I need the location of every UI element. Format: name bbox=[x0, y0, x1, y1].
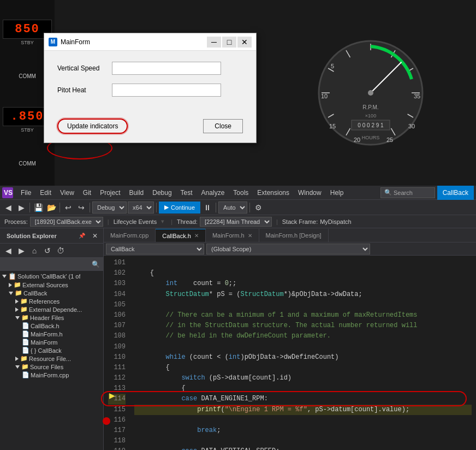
menu-analyze[interactable]: Analyze bbox=[197, 188, 229, 198]
menu-edit[interactable]: Edit bbox=[35, 188, 56, 198]
svg-text:10: 10 bbox=[321, 93, 328, 99]
tree-callback[interactable]: 📁 CallBack bbox=[0, 289, 103, 297]
tree-mainform-h[interactable]: 📄 MainForm.h bbox=[0, 330, 103, 338]
header-files-icon: 📁 bbox=[21, 314, 29, 321]
editor-tabs: MainForm.cpp CallBack.h ✕ MainForm.h ✕ M… bbox=[104, 228, 476, 242]
callback-folder-text: CallBack bbox=[23, 290, 47, 297]
search-box[interactable]: 🔍 Search bbox=[380, 187, 435, 198]
svg-text:15: 15 bbox=[329, 123, 336, 129]
dialog-titlebar: M MainForm ─ □ ✕ bbox=[44, 33, 256, 51]
se-back[interactable]: ◀ bbox=[2, 245, 14, 257]
arch-dropdown[interactable]: x64 bbox=[128, 202, 154, 214]
close-dialog-button[interactable]: Close bbox=[203, 119, 243, 133]
pitot-heat-row: Pitot Heat bbox=[57, 84, 243, 97]
pause-button[interactable]: ⏸ bbox=[201, 202, 213, 214]
se-title: Solution Explorer bbox=[2, 230, 75, 241]
thread-dropdown[interactable]: [22284] Main Thread bbox=[200, 217, 272, 227]
tab-mainform-design[interactable]: MainForm.h [Design] bbox=[259, 229, 329, 242]
tab-mainform-cpp[interactable]: MainForm.cpp bbox=[104, 229, 156, 242]
context-dropdown[interactable]: CallBack bbox=[106, 244, 204, 254]
solution-explorer: Solution Explorer 📌 ✕ ◀ ▶ ⌂ ↺ ⏱ 🔍 📋 bbox=[0, 228, 104, 450]
dialog-window-controls: ─ □ ✕ bbox=[207, 37, 252, 48]
menu-build[interactable]: Build bbox=[125, 188, 148, 198]
minimize-button[interactable]: ─ bbox=[207, 37, 221, 48]
tree-mainform[interactable]: 📄 MainForm bbox=[0, 338, 103, 346]
solution-icon: 📋 bbox=[8, 273, 16, 280]
toolbar-sep-4 bbox=[156, 203, 157, 212]
tab-callback-h-close[interactable]: ✕ bbox=[194, 233, 199, 239]
se-pin-button[interactable]: 📌 bbox=[76, 230, 88, 242]
open-button[interactable]: 📂 bbox=[45, 202, 57, 214]
tree-callback-braces[interactable]: 📄 { } CallBack bbox=[0, 346, 103, 354]
tree-callback-h[interactable]: 📄 CallBack.h bbox=[0, 322, 103, 330]
callback-tab-active[interactable]: CallBack bbox=[437, 186, 474, 200]
toolbar-sep-2 bbox=[59, 203, 60, 212]
se-refresh[interactable]: ↺ bbox=[41, 245, 53, 257]
debug-config-dropdown[interactable]: Debug bbox=[92, 202, 127, 214]
svg-text:HOURS: HOURS bbox=[362, 135, 380, 140]
menu-debug[interactable]: Debug bbox=[148, 188, 176, 198]
menu-git[interactable]: Git bbox=[79, 188, 96, 198]
comm-label-1: COMM bbox=[19, 73, 36, 79]
breakpoint-indicator bbox=[103, 417, 110, 425]
update-indicators-button[interactable]: Update indicators bbox=[57, 119, 128, 134]
tree-solution[interactable]: 📋 Solution 'CallBack' (1 of bbox=[0, 272, 103, 281]
menu-extensions[interactable]: Extensions bbox=[253, 188, 294, 198]
external-icon: 📁 bbox=[14, 281, 21, 288]
tab-callback-h[interactable]: CallBack.h ✕ bbox=[156, 229, 206, 242]
se-forward[interactable]: ▶ bbox=[15, 245, 27, 257]
tree-source-files[interactable]: 📁 Source Files bbox=[0, 363, 103, 371]
auto-dropdown[interactable]: Auto bbox=[218, 202, 247, 214]
tab-mainform-h-label: MainForm.h bbox=[212, 232, 245, 239]
undo-button[interactable]: ↩ bbox=[62, 202, 74, 214]
chevron-ext-depend bbox=[15, 307, 19, 312]
gauge-area: 5 10 15 20 25 30 35 R.P.M. ×100 0 0 0 2 … bbox=[265, 0, 476, 186]
menu-tools[interactable]: Tools bbox=[229, 188, 253, 198]
dialog-close-button[interactable]: ✕ bbox=[237, 37, 252, 48]
svg-point-25 bbox=[368, 90, 373, 96]
tree-ext-depend[interactable]: 📁 External Depende... bbox=[0, 305, 103, 313]
forward-button[interactable]: ▶ bbox=[15, 202, 27, 214]
back-button[interactable]: ◀ bbox=[2, 202, 14, 214]
redo-button[interactable]: ↪ bbox=[75, 202, 87, 214]
scope-dropdown[interactable]: (Global Scope) bbox=[206, 244, 370, 254]
menu-file[interactable]: File bbox=[16, 188, 35, 198]
menu-help[interactable]: Help bbox=[326, 188, 348, 198]
pitot-heat-input[interactable] bbox=[112, 84, 221, 97]
se-toolbar: Solution Explorer 📌 ✕ bbox=[0, 228, 103, 244]
continue-button[interactable]: ▶Continue bbox=[159, 202, 200, 214]
tab-callback-h-label: CallBack.h bbox=[162, 233, 191, 239]
se-home[interactable]: ⌂ bbox=[28, 245, 40, 257]
vertical-speed-input[interactable] bbox=[112, 62, 221, 75]
maximize-button[interactable]: □ bbox=[222, 37, 236, 48]
tree-resource-files[interactable]: 📁 Resource File... bbox=[0, 354, 103, 363]
rpm-gauge: 5 10 15 20 25 30 35 R.P.M. ×100 0 0 0 2 … bbox=[316, 38, 425, 147]
ide-container: VS File Edit View Git Project Build Debu… bbox=[0, 186, 476, 450]
tree-mainform-cpp[interactable]: 📄 MainForm.cpp bbox=[0, 371, 103, 379]
menu-window[interactable]: Window bbox=[294, 188, 326, 198]
menu-project[interactable]: Project bbox=[96, 188, 124, 198]
menu-test[interactable]: Test bbox=[176, 188, 197, 198]
tab-mainform-h[interactable]: MainForm.h ✕ bbox=[206, 229, 259, 242]
code-editor[interactable]: 101 102 103 104 105 106 107 108 109 110 … bbox=[104, 256, 476, 450]
svg-text:5: 5 bbox=[331, 63, 334, 69]
se-search-input[interactable] bbox=[3, 261, 92, 268]
se-close-button[interactable]: ✕ bbox=[89, 230, 101, 242]
tree-references[interactable]: 📁 References bbox=[0, 297, 103, 305]
mainform-h-text: MainForm.h bbox=[31, 331, 63, 338]
svg-text:0 0 0 2 9 1: 0 0 0 2 9 1 bbox=[358, 122, 384, 128]
svg-text:35: 35 bbox=[414, 93, 420, 99]
code-lines: { int count = 0;; StructDatum* pS = (Str… bbox=[130, 256, 476, 450]
editor-area: Solution Explorer 📌 ✕ ◀ ▶ ⌂ ↺ ⏱ 🔍 📋 bbox=[0, 228, 476, 450]
menu-view[interactable]: View bbox=[56, 188, 79, 198]
search-icon: 🔍 bbox=[92, 260, 100, 268]
se-filter[interactable]: ⏱ bbox=[55, 245, 67, 257]
process-dropdown[interactable]: [18920] CallBack.exe bbox=[30, 217, 103, 227]
tree-header-files[interactable]: 📁 Header Files bbox=[0, 313, 103, 322]
save-button[interactable]: 💾 bbox=[32, 202, 44, 214]
tree-external-sources[interactable]: 📁 External Sources bbox=[0, 281, 103, 289]
settings-button[interactable]: ⚙ bbox=[252, 202, 264, 214]
mainform-cpp-icon: 📄 bbox=[22, 371, 29, 378]
tab-mainform-h-close[interactable]: ✕ bbox=[248, 233, 252, 239]
svg-text:25: 25 bbox=[386, 137, 393, 143]
